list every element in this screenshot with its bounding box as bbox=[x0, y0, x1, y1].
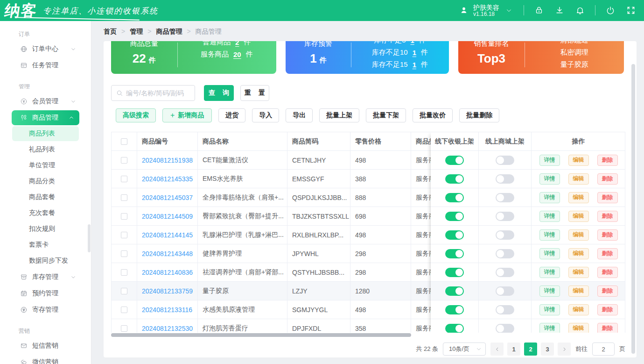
online-shelf-toggle[interactable] bbox=[496, 268, 514, 277]
edit-button[interactable]: 编辑 bbox=[568, 173, 589, 185]
online-shelf-toggle[interactable] bbox=[496, 212, 514, 221]
edit-button[interactable]: 编辑 bbox=[568, 192, 589, 203]
row-checkbox[interactable] bbox=[121, 176, 127, 182]
edit-button[interactable]: 编辑 bbox=[568, 211, 589, 222]
detail-button[interactable]: 详情 bbox=[539, 267, 560, 278]
sidebar-item-inventory-management[interactable]: 库存管理 bbox=[0, 269, 91, 285]
select-all-checkbox[interactable] bbox=[121, 138, 127, 145]
product-id-link[interactable]: 20240812133759 bbox=[142, 287, 193, 295]
goto-page-input[interactable] bbox=[592, 343, 615, 356]
offline-shelf-toggle[interactable] bbox=[445, 286, 464, 296]
toolbar-button-3[interactable]: 批量上架 bbox=[319, 108, 359, 122]
sidebar-subitem-5[interactable]: 充次套餐 bbox=[12, 206, 79, 221]
product-id-link[interactable]: 20240812144509 bbox=[142, 213, 193, 220]
panel-vertical-scrollbar[interactable] bbox=[631, 64, 635, 354]
edit-button[interactable]: 编辑 bbox=[568, 323, 589, 333]
lock-icon[interactable] bbox=[533, 5, 545, 16]
prev-page-button[interactable] bbox=[490, 343, 504, 356]
product-id-link[interactable]: 20240812132530 bbox=[142, 325, 193, 332]
breadcrumb-home[interactable]: 首页 bbox=[104, 28, 130, 36]
online-shelf-toggle[interactable] bbox=[496, 324, 514, 333]
page-button-1[interactable]: 1 bbox=[507, 343, 520, 356]
offline-shelf-toggle[interactable] bbox=[445, 324, 464, 333]
page-size-select[interactable]: 10条/页 bbox=[443, 343, 486, 356]
detail-button[interactable]: 详情 bbox=[539, 211, 560, 222]
breadcrumb-product-management[interactable]: 商品管理 bbox=[156, 28, 195, 36]
delete-button[interactable]: 删除 bbox=[597, 248, 618, 259]
offline-shelf-toggle[interactable] bbox=[445, 193, 464, 202]
delete-button[interactable]: 删除 bbox=[597, 155, 618, 166]
delete-button[interactable]: 删除 bbox=[597, 192, 618, 203]
online-shelf-toggle[interactable] bbox=[496, 249, 514, 258]
user-menu[interactable]: 护肤美容 v1.16.18 bbox=[458, 4, 514, 18]
sidebar-item-member-management[interactable]: 会员管理 bbox=[0, 93, 91, 109]
sidebar-subitem-2[interactable]: 单位管理 bbox=[12, 158, 79, 173]
add-product-button[interactable]: + 新增商品 bbox=[162, 108, 212, 122]
online-shelf-toggle[interactable] bbox=[496, 286, 514, 296]
offline-shelf-toggle[interactable] bbox=[445, 174, 464, 184]
toolbar-button-1[interactable]: 导入 bbox=[252, 108, 279, 122]
product-id-link[interactable]: 20240812140836 bbox=[142, 269, 193, 276]
detail-button[interactable]: 详情 bbox=[539, 155, 560, 166]
row-checkbox[interactable] bbox=[121, 213, 127, 220]
row-checkbox[interactable] bbox=[121, 288, 127, 294]
offline-shelf-toggle[interactable] bbox=[445, 305, 464, 314]
delete-button[interactable]: 删除 bbox=[597, 173, 618, 185]
detail-button[interactable]: 详情 bbox=[539, 173, 560, 185]
download-icon[interactable] bbox=[554, 5, 565, 16]
sidebar-subitem-1[interactable]: 礼品列表 bbox=[12, 142, 79, 157]
search-button[interactable]: 查 询 bbox=[204, 85, 234, 101]
product-id-link[interactable]: 20240812151938 bbox=[142, 157, 193, 164]
toolbar-button-0[interactable]: 进货 bbox=[218, 108, 245, 122]
search-input[interactable] bbox=[126, 89, 187, 97]
page-button-3[interactable]: 3 bbox=[541, 343, 554, 356]
online-shelf-toggle[interactable] bbox=[496, 193, 514, 202]
delete-button[interactable]: 删除 bbox=[597, 285, 618, 297]
toolbar-button-2[interactable]: 导出 bbox=[286, 108, 313, 122]
edit-button[interactable]: 编辑 bbox=[568, 267, 589, 278]
sidebar-scrollbar[interactable] bbox=[88, 224, 91, 252]
row-checkbox[interactable] bbox=[121, 325, 127, 332]
row-checkbox[interactable] bbox=[121, 157, 127, 164]
offline-shelf-toggle[interactable] bbox=[445, 156, 464, 165]
toolbar-button-4[interactable]: 批量下架 bbox=[366, 108, 406, 122]
breadcrumb-management[interactable]: 管理 bbox=[130, 28, 156, 36]
row-checkbox[interactable] bbox=[121, 194, 127, 201]
detail-button[interactable]: 详情 bbox=[539, 192, 560, 203]
delete-button[interactable]: 删除 bbox=[597, 211, 618, 222]
sidebar-subitem-6[interactable]: 扣次规则 bbox=[12, 221, 79, 236]
sidebar-item-wechat-marketing[interactable]: 微信营销 bbox=[0, 354, 91, 364]
edit-button[interactable]: 编辑 bbox=[568, 285, 589, 297]
page-button-2[interactable]: 2 bbox=[524, 343, 537, 356]
offline-shelf-toggle[interactable] bbox=[445, 268, 464, 277]
product-id-link[interactable]: 20240812133116 bbox=[142, 306, 192, 314]
sidebar-item-deposit-management[interactable]: 寄存管理 bbox=[0, 302, 91, 318]
row-checkbox[interactable] bbox=[121, 269, 127, 276]
fullscreen-icon[interactable] bbox=[625, 5, 637, 16]
bell-icon[interactable] bbox=[574, 5, 586, 16]
edit-button[interactable]: 编辑 bbox=[568, 304, 589, 315]
online-shelf-toggle[interactable] bbox=[496, 174, 514, 184]
offline-shelf-toggle[interactable] bbox=[445, 230, 464, 240]
next-page-button[interactable] bbox=[558, 343, 571, 356]
sidebar-item-product-management[interactable]: 商品管理 bbox=[12, 110, 79, 125]
detail-button[interactable]: 详情 bbox=[539, 248, 560, 259]
online-shelf-toggle[interactable] bbox=[496, 305, 514, 314]
detail-button[interactable]: 详情 bbox=[539, 323, 560, 333]
sidebar-subitem-4[interactable]: 商品套餐 bbox=[12, 190, 79, 205]
edit-button[interactable]: 编辑 bbox=[568, 155, 589, 166]
sidebar-item-appointment-management[interactable]: 预约管理 bbox=[0, 285, 91, 301]
reset-button[interactable]: 重 置 bbox=[240, 85, 269, 101]
sidebar-subitem-8[interactable]: 数据同步下发 bbox=[12, 253, 79, 268]
row-checkbox[interactable] bbox=[121, 232, 127, 238]
power-icon[interactable] bbox=[605, 5, 616, 16]
sidebar-item-sms-marketing[interactable]: 短信营销 bbox=[0, 338, 91, 354]
hscrollbar-thumb[interactable] bbox=[111, 333, 411, 337]
delete-button[interactable]: 删除 bbox=[597, 323, 618, 333]
edit-button[interactable]: 编辑 bbox=[568, 248, 589, 259]
sidebar-subitem-7[interactable]: 套票卡 bbox=[12, 237, 79, 252]
toolbar-button-6[interactable]: 批量删除 bbox=[459, 108, 499, 122]
sidebar-item-order-center[interactable]: 订单中心 bbox=[0, 41, 91, 57]
toolbar-button-5[interactable]: 批量改价 bbox=[413, 108, 453, 122]
offline-shelf-toggle[interactable] bbox=[445, 212, 464, 221]
